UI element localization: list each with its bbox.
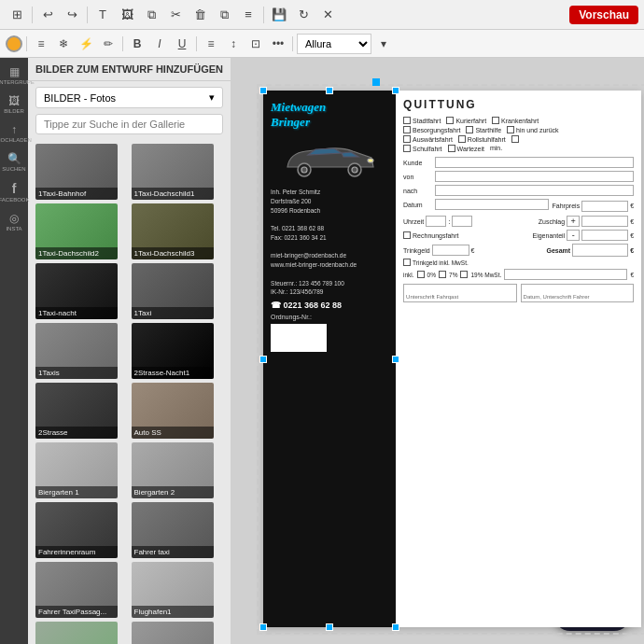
cb-schule-box[interactable]	[403, 145, 411, 152]
snowflake-icon[interactable]: ❄	[53, 34, 74, 54]
close-icon[interactable]: ✕	[316, 4, 339, 26]
height-icon[interactable]: ↕	[223, 34, 244, 54]
uhrzeit-m-input[interactable]	[452, 216, 472, 227]
list-item[interactable]: Fahrer TaxiPassag...	[35, 562, 118, 618]
italic-icon[interactable]: I	[149, 34, 170, 54]
sig-fahrqast[interactable]: Unterschrift Fahrqast	[403, 284, 517, 302]
list-item[interactable]: 2Strasse-Nacht1	[132, 323, 214, 379]
align-icon[interactable]: ≡	[201, 34, 221, 54]
sidebar-item-bilder[interactable]: 🖼 BILDER	[1, 91, 27, 118]
cb-besorgung[interactable]: Besorgungsfahrt	[403, 126, 460, 133]
uhrzeit-h-input[interactable]	[426, 216, 446, 227]
list-item[interactable]: 2Strasse	[35, 383, 118, 439]
font-select[interactable]: Allura	[297, 34, 371, 54]
list-item[interactable]: Biergarten 2	[132, 442, 214, 498]
grid-icon[interactable]: ⊞	[6, 4, 28, 26]
cb-hinzurueck-box[interactable]	[507, 126, 514, 133]
crop-icon[interactable]: ⊡	[245, 34, 266, 54]
more-icon[interactable]: •••	[268, 34, 288, 54]
cb-kurierfahrt-box[interactable]	[446, 117, 454, 124]
lightning-icon[interactable]: ⚡	[76, 34, 96, 54]
list-item[interactable]: Biergarten 1	[35, 442, 118, 498]
scissors-icon[interactable]: ✂	[164, 4, 187, 26]
cb-schule[interactable]: Schulfahrt	[403, 145, 442, 152]
cb-besorgung-box[interactable]	[403, 126, 411, 133]
cb-auswaerts-box[interactable]	[403, 135, 411, 143]
vorschau-button[interactable]: Vorschau	[569, 6, 638, 24]
stack-icon[interactable]: ≡	[237, 4, 259, 26]
sidebar-item-insta[interactable]: ◎ INSTA	[1, 208, 27, 235]
von-input[interactable]	[435, 171, 634, 182]
sig-fahrer[interactable]: Datum, Unterschrift Fahrer	[521, 284, 635, 302]
color-picker[interactable]	[6, 35, 22, 52]
list-item[interactable]: Fahrerinnenraum	[35, 502, 118, 558]
cb-stadtfahrt-box[interactable]	[403, 117, 411, 124]
cb-trinkgeld-inkl[interactable]: Trinkgeld inkl. MwSt.	[403, 259, 634, 266]
handle-ml[interactable]	[259, 356, 267, 363]
cb-krankenfahrt[interactable]: Krankenfahrt	[492, 117, 539, 124]
list-item[interactable]: 1Taxi-nacht	[35, 263, 118, 319]
text-icon[interactable]: T	[91, 4, 114, 26]
cb-starthilfe-box[interactable]	[466, 126, 473, 133]
search-input[interactable]	[35, 114, 223, 134]
align-left-icon[interactable]: ≡	[31, 34, 51, 54]
nach-input[interactable]	[435, 185, 634, 196]
mwst-input[interactable]	[504, 269, 627, 280]
list-item[interactable]: 1Taxi	[132, 263, 214, 319]
list-item[interactable]: Flughafen1	[132, 562, 214, 618]
handle-mr[interactable]	[392, 356, 399, 363]
list-item[interactable]: Flugzeug	[132, 622, 214, 644]
sidebar-item-facebook[interactable]: f FACEBOOK	[1, 177, 27, 206]
category-select[interactable]: BILDER - Fotos ▾	[35, 87, 223, 108]
list-item[interactable]: 1Taxi-Dachschild3	[132, 203, 214, 259]
datum-input[interactable]	[435, 199, 549, 210]
cb-auswaerts[interactable]: Auswärtsfahrt	[403, 135, 453, 143]
cb-7pct[interactable]	[439, 271, 446, 278]
handle-tl[interactable]	[259, 87, 267, 94]
list-item[interactable]: Fahrer taxi	[132, 502, 214, 558]
list-item[interactable]: 1Taxi-Dachschild2	[35, 203, 118, 259]
sidebar-item-hintergrupe[interactable]: ▦ HINTERGRUPE	[1, 62, 27, 89]
eraser-icon[interactable]: ✏	[98, 34, 119, 54]
list-item[interactable]: Flugzeug	[35, 622, 118, 644]
redo-icon[interactable]: ↪	[61, 4, 83, 26]
cb-19pct[interactable]	[460, 271, 468, 278]
ordnung-box[interactable]	[271, 324, 327, 352]
sidebar-item-hochladen[interactable]: ↑ HOCHLADEN	[1, 119, 27, 147]
cb-0pct[interactable]	[417, 271, 425, 278]
underline-icon[interactable]: U	[172, 34, 192, 54]
design-canvas[interactable]: Mietwagen Bringer	[263, 91, 641, 627]
image-icon[interactable]: 🖼	[116, 4, 138, 26]
font-dropdown-icon[interactable]: ▾	[373, 34, 394, 54]
cb-stadtfahrt[interactable]: Stadtfahrt	[403, 117, 441, 124]
rechnungsfahrt-cb[interactable]	[403, 231, 411, 239]
zuschlag-input[interactable]	[581, 216, 628, 227]
cb-wartezeit[interactable]: Wartezeit	[448, 145, 484, 152]
handle-tc[interactable]	[326, 87, 333, 94]
trash-icon[interactable]: 🗑	[189, 4, 211, 26]
save-icon[interactable]: 💾	[268, 4, 290, 26]
undo-icon[interactable]: ↩	[36, 4, 59, 26]
cb-extra-box[interactable]	[511, 135, 519, 143]
cb-extra[interactable]	[511, 135, 519, 143]
cb-krankenfahrt-box[interactable]	[492, 117, 499, 124]
refresh-icon[interactable]: ↻	[292, 4, 315, 26]
handle-br[interactable]	[392, 623, 399, 631]
cb-kurierfahrt[interactable]: Kurierfahrt	[446, 117, 486, 124]
cb-trinkgeld-inkl-box[interactable]	[403, 259, 411, 266]
layers-icon[interactable]: ⧉	[213, 4, 235, 26]
cb-rollstuhl-box[interactable]	[458, 135, 466, 143]
list-item[interactable]: 1Taxis	[35, 323, 118, 379]
trinkgeld-input[interactable]	[432, 245, 469, 256]
handle-tr[interactable]	[392, 87, 399, 94]
list-item[interactable]: Auto SS	[132, 383, 214, 439]
cb-starthilfe[interactable]: Starthilfe	[466, 126, 501, 133]
handle-bc[interactable]	[326, 623, 333, 631]
sidebar-item-suchen[interactable]: 🔍 SUCHEN	[1, 148, 27, 175]
eigenanteil-input[interactable]	[581, 230, 628, 241]
fahrpreis-input[interactable]	[581, 201, 628, 212]
copy-icon[interactable]: ⧉	[140, 4, 162, 26]
bold-icon[interactable]: B	[127, 34, 147, 54]
cb-hinzurueck[interactable]: hin und zurück	[507, 126, 559, 133]
list-item[interactable]: 1Taxi-Dachschild1	[132, 144, 214, 200]
